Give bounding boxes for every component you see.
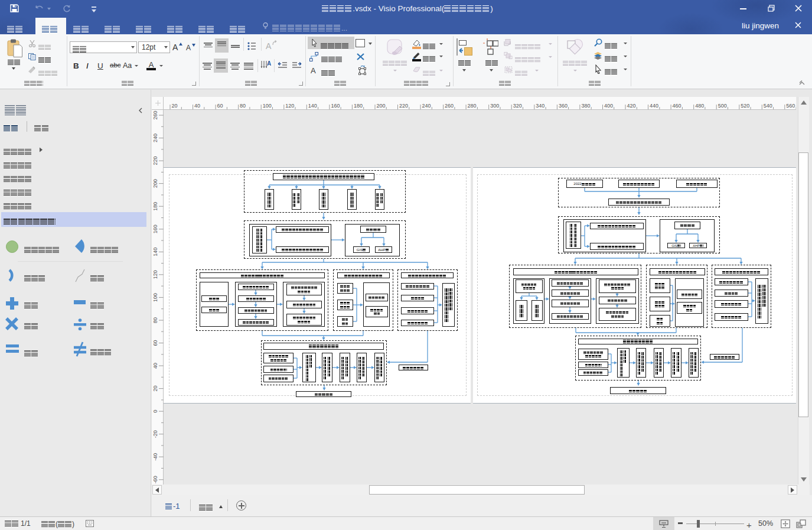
svg-text:-40: -40 — [152, 453, 158, 461]
svg-text:0: 0 — [152, 410, 158, 413]
svg-text:80: 80 — [152, 317, 158, 323]
svg-text:200: 200 — [377, 103, 386, 109]
svg-text:140: 140 — [308, 103, 317, 109]
svg-text:400: 400 — [604, 103, 613, 109]
svg-text:240: 240 — [422, 103, 431, 109]
svg-text:440: 440 — [650, 103, 658, 109]
svg-text:480: 480 — [695, 103, 704, 109]
svg-text:160: 160 — [331, 103, 340, 109]
svg-text:140: 140 — [152, 248, 158, 256]
svg-text:380: 380 — [581, 103, 590, 109]
svg-text:100: 100 — [152, 293, 158, 302]
svg-text:160: 160 — [152, 225, 158, 233]
svg-text:220: 220 — [399, 103, 408, 109]
svg-text:260: 260 — [152, 110, 158, 119]
svg-text:460: 460 — [673, 103, 681, 109]
svg-text:500: 500 — [718, 103, 727, 109]
svg-text:120: 120 — [285, 103, 294, 109]
svg-text:180: 180 — [354, 103, 363, 109]
svg-text:60: 60 — [152, 340, 158, 346]
svg-text:180: 180 — [152, 202, 158, 211]
svg-text:320: 320 — [513, 103, 522, 109]
svg-text:280: 280 — [468, 103, 477, 109]
svg-text:60: 60 — [217, 103, 223, 109]
svg-text:A: A — [267, 60, 271, 67]
svg-text:520: 520 — [741, 103, 749, 109]
svg-text:420: 420 — [627, 103, 636, 109]
svg-text:-20: -20 — [152, 430, 158, 438]
svg-text:300: 300 — [490, 103, 499, 109]
svg-text:120: 120 — [152, 270, 158, 279]
svg-text:240: 240 — [152, 134, 158, 142]
svg-text:20: 20 — [152, 386, 158, 392]
svg-text:360: 360 — [559, 103, 568, 109]
svg-text:-60: -60 — [152, 476, 158, 483]
svg-text:560: 560 — [786, 103, 795, 109]
svg-text:20: 20 — [172, 103, 178, 109]
svg-text:220: 220 — [152, 157, 158, 165]
svg-text:540: 540 — [764, 103, 772, 109]
svg-text:100: 100 — [263, 103, 272, 109]
svg-text:40: 40 — [152, 363, 158, 369]
svg-text:340: 340 — [536, 103, 544, 109]
svg-text:80: 80 — [240, 103, 246, 109]
svg-text:260: 260 — [445, 103, 454, 109]
svg-text:40: 40 — [194, 103, 200, 109]
svg-text:200: 200 — [152, 179, 158, 188]
